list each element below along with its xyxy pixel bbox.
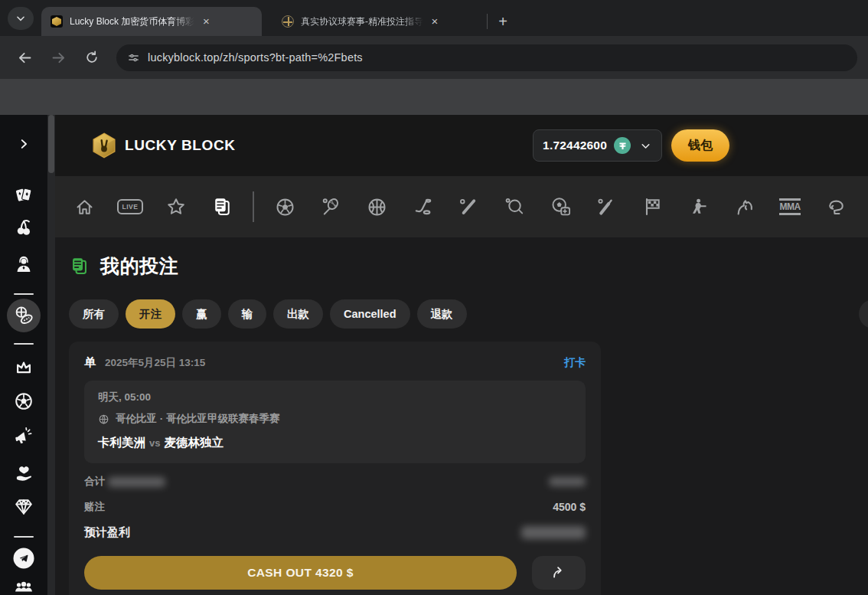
sidebar-item-soccer[interactable]	[13, 391, 34, 412]
share-arrow-icon	[550, 564, 567, 581]
table-tennis-icon	[504, 196, 526, 218]
nav-home[interactable]	[61, 176, 107, 237]
address-bar[interactable]: luckyblock.top/zh/sports?bt-path=%2Fbets	[116, 44, 857, 71]
lucky-block-logo-icon	[90, 132, 118, 159]
sidebar-item-casino[interactable]	[13, 185, 34, 206]
sidebar-item-vip-club[interactable]	[14, 358, 34, 378]
brand-name: LUCKY BLOCK	[125, 137, 236, 154]
match-box[interactable]: 明天, 05:00 哥伦比亚 · 哥伦比亚甲级联赛春季赛 卡利美洲vs麦德林独立	[84, 381, 586, 463]
profit-label: 预计盈利	[84, 525, 130, 540]
cashout-button[interactable]: CASH OUT 4320 $	[84, 556, 517, 590]
sidebar-item-slots[interactable]	[14, 218, 34, 239]
page-scrollbar[interactable]	[47, 115, 55, 595]
brand-logo[interactable]: LUCKY BLOCK	[90, 132, 236, 159]
wallet-button[interactable]: 钱包	[671, 129, 729, 162]
filter-open[interactable]: 开注	[126, 299, 175, 329]
cherries-icon	[14, 218, 34, 239]
nav-live[interactable]: LIVE	[107, 176, 153, 237]
bet-card: 单 2025年5月25日 13:15 打卡 明天, 05:00 哥伦比亚 · 哥…	[69, 342, 601, 595]
chevron-down-icon	[639, 139, 652, 152]
sidebar-expand-button[interactable]	[17, 137, 31, 151]
lucky-block-favicon	[51, 15, 63, 28]
profit-row: 预计盈利	[84, 525, 586, 540]
globe-icon	[98, 414, 109, 425]
cricket-icon	[596, 196, 618, 218]
bet-action-link[interactable]: 打卡	[564, 356, 586, 370]
league-name: 哥伦比亚 · 哥伦比亚甲级联赛春季赛	[116, 412, 280, 426]
nav-mma[interactable]: MMA	[767, 176, 813, 237]
nav-favorites[interactable]	[153, 176, 199, 237]
nav-boxing[interactable]	[813, 176, 859, 237]
nav-esoccer[interactable]	[537, 176, 583, 237]
filter-refund[interactable]: 退款	[417, 299, 467, 329]
soccer-icon	[274, 196, 296, 218]
nav-racing[interactable]	[629, 176, 675, 237]
sidebar-item-loyalty[interactable]	[13, 463, 34, 485]
nav-ice-hockey[interactable]	[400, 176, 445, 237]
nav-table-tennis[interactable]	[491, 176, 537, 237]
close-tab-icon[interactable]: ×	[428, 15, 442, 28]
ice-hockey-icon	[412, 196, 434, 218]
share-button[interactable]	[532, 556, 586, 590]
stake-row: 赌注 4500 $	[84, 500, 586, 514]
tab-lucky-block[interactable]: Lucky Block 加密货币体育博彩 ×	[41, 7, 262, 36]
filter-won[interactable]: 赢	[182, 299, 221, 329]
filter-chips: 所有 开注 赢 输 出款 Cancelled 退款	[69, 299, 868, 329]
telegram-icon	[14, 548, 34, 569]
new-tab-button[interactable]: +	[492, 11, 514, 32]
nav-divider	[245, 176, 262, 237]
league-row: 哥伦比亚 · 哥伦比亚甲级联赛春季赛	[98, 412, 572, 426]
match-start-time: 明天, 05:00	[98, 391, 572, 404]
vs-label: vs	[145, 437, 164, 449]
nav-my-bets-active[interactable]	[199, 176, 245, 237]
bet-card-header: 单 2025年5月25日 13:15 打卡	[84, 355, 586, 370]
nav-tennis[interactable]	[308, 176, 354, 237]
sports-icon	[12, 304, 35, 327]
home-icon	[74, 197, 95, 217]
total-row: 合计	[84, 475, 586, 489]
chevron-right-icon	[17, 137, 31, 151]
away-team: 麦德林独立	[164, 436, 224, 449]
live-icon: LIVE	[117, 199, 144, 214]
filter-all[interactable]: 所有	[69, 299, 119, 329]
scrollbar-thumb[interactable]	[48, 115, 54, 173]
filter-cashout[interactable]: 出款	[273, 299, 323, 329]
sidebar-item-telegram[interactable]	[14, 548, 34, 569]
close-tab-icon[interactable]: ×	[199, 15, 213, 28]
nav-basketball[interactable]	[354, 176, 400, 237]
left-sidebar	[0, 115, 47, 595]
sidebar-item-community[interactable]	[13, 580, 34, 595]
censored-value	[549, 477, 586, 486]
playing-cards-icon	[13, 185, 34, 206]
heart-in-hand-icon	[13, 463, 34, 485]
forward-button[interactable]	[44, 44, 72, 71]
nav-counter-strike[interactable]	[675, 176, 721, 237]
balance-selector[interactable]: 1.72442600	[533, 129, 662, 162]
sidebar-item-vip[interactable]	[13, 496, 34, 518]
filter-lost[interactable]: 输	[228, 299, 267, 329]
back-button[interactable]	[11, 44, 38, 71]
bet-placed-datetime: 2025年5月25日 13:15	[105, 356, 205, 370]
nav-horse-racing[interactable]	[721, 176, 767, 237]
site-info-icon[interactable]	[127, 51, 140, 64]
filter-cancelled[interactable]: Cancelled	[330, 299, 410, 329]
baseball-icon	[458, 196, 480, 218]
nav-cricket[interactable]	[583, 176, 629, 237]
sidebar-item-promotions[interactable]	[13, 426, 34, 447]
sports-nav: LIVE	[55, 176, 868, 237]
nav-baseball[interactable]	[445, 176, 491, 237]
tab-search-button[interactable]	[8, 7, 34, 30]
sidebar-item-sports-active[interactable]	[7, 299, 41, 332]
sidebar-item-live-dealer[interactable]	[13, 253, 34, 275]
megaphone-icon	[13, 426, 34, 447]
nav-soccer[interactable]	[262, 176, 308, 237]
tab-betting-guide[interactable]: 真实协议球赛事-精准投注指导 ×	[272, 7, 481, 36]
browser-content-band	[0, 79, 868, 115]
basketball-icon	[366, 196, 388, 218]
reload-button[interactable]	[78, 44, 106, 71]
filter-chip-partial[interactable]	[859, 299, 868, 329]
total-label: 合计	[84, 475, 105, 489]
sidebar-divider	[14, 343, 34, 345]
back-arrow-icon	[17, 50, 33, 66]
sidebar-divider	[14, 293, 34, 295]
